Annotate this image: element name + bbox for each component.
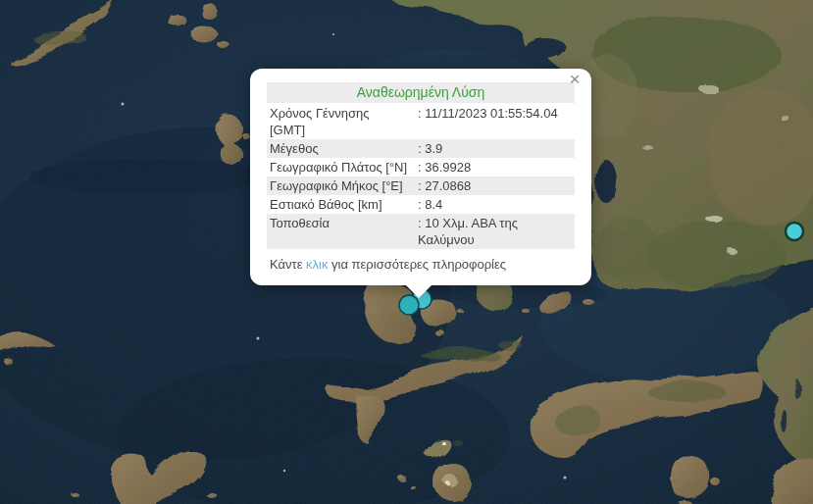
info-row-origin-time: Χρόνος Γέννησης [GMT] : 11/11/2023 01:55… [267,104,575,139]
row-value: : 27.0868 [418,177,572,194]
row-label: Μέγεθος [270,140,418,157]
row-label: Εστιακό Βάθος [km] [270,196,418,213]
popup-footer: Κάντε κλικ για περισσότερες πληροφορίες [267,255,575,274]
info-row-latitude: Γεωγραφικό Πλάτος [°N] : 36.9928 [267,158,575,176]
footer-text-suffix: για περισσότερες πληροφορίες [328,257,506,272]
info-row-magnitude: Μέγεθος : 3.9 [267,139,575,158]
info-row-location: Τοποθεσία : 10 Χλμ. ΑΒΑ της Καλύμνου [267,214,575,249]
earthquake-info-popup: × Αναθεωρημένη Λύση Χρόνος Γέννησης [GMT… [250,69,591,285]
earthquake-marker-main[interactable] [399,295,419,315]
more-info-link[interactable]: κλικ [306,257,328,272]
info-row-longitude: Γεωγραφικό Μήκος [°E] : 27.0868 [267,176,575,195]
popup-title: Αναθεωρημένη Λύση [267,82,575,103]
row-label: Γεωγραφικό Πλάτος [°N] [270,159,418,176]
close-icon[interactable]: × [566,71,584,88]
row-value: : 11/11/2023 01:55:54.04 [418,105,572,138]
row-value: : 3.9 [418,140,572,157]
earthquake-marker-east[interactable] [786,223,803,240]
row-label: Χρόνος Γέννησης [GMT] [270,105,418,138]
map-viewport: × Αναθεωρημένη Λύση Χρόνος Γέννησης [GMT… [0,0,813,504]
footer-text-prefix: Κάντε [270,257,306,272]
row-value: : 10 Χλμ. ΑΒΑ της Καλύμνου [418,215,572,248]
row-label: Γεωγραφικό Μήκος [°E] [270,177,418,194]
row-label: Τοποθεσία [270,215,418,248]
info-row-depth: Εστιακό Βάθος [km] : 8.4 [267,195,575,214]
row-value: : 8.4 [418,196,572,213]
row-value: : 36.9928 [418,159,572,176]
